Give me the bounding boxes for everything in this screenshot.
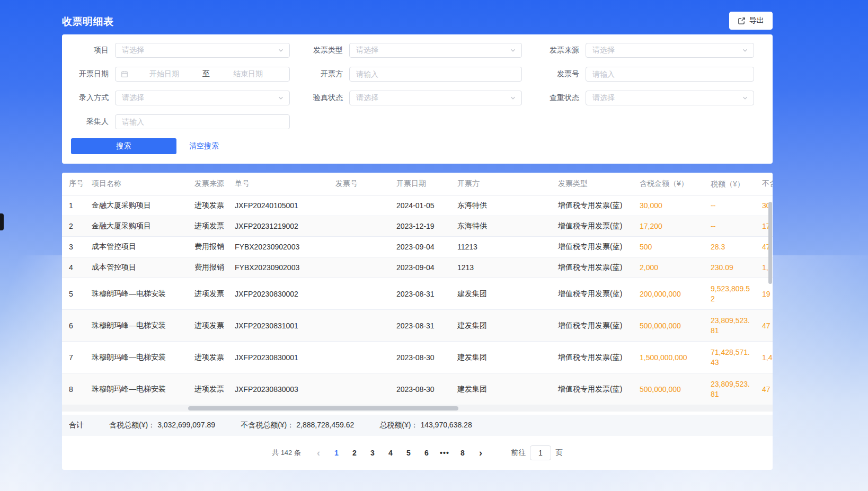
table-row[interactable]: 4成本管控项目费用报销FYBX202309020032023-09-041213…	[62, 257, 773, 278]
entry-method-select[interactable]: 请选择	[115, 91, 290, 105]
vertical-scrollbar-thumb[interactable]	[768, 202, 772, 284]
cell-tax: 23,809,523.81	[705, 379, 760, 399]
cell-source: 进项发票	[188, 289, 231, 299]
table-row[interactable]: 6珠穆朗玛峰—电梯安装进项发票JXFP202308310012023-08-31…	[62, 310, 773, 342]
filter-invoice-source: 发票来源 请选择	[533, 43, 773, 58]
cell-issuer: 建发集团	[453, 353, 554, 362]
cell-issuer: 建发集团	[453, 385, 554, 394]
col-header-issuer: 开票方	[453, 179, 554, 189]
cell-type: 增值税专用发票(蓝)	[554, 221, 633, 231]
table-row[interactable]: 3成本管控项目费用报销FYBX202309020032023-09-041121…	[62, 237, 773, 257]
export-button[interactable]: 导出	[729, 12, 773, 30]
cell-date: 2023-08-30	[389, 353, 453, 362]
project-select[interactable]: 请选择	[115, 43, 290, 58]
invoice-no-input[interactable]	[586, 67, 754, 82]
cell-issuer: 东海特供	[453, 221, 554, 231]
end-date-placeholder: 结束日期	[212, 69, 284, 79]
col-header-date: 开票日期	[389, 179, 453, 189]
page-button-1[interactable]: 1	[329, 445, 344, 460]
filter-dup-check-status: 查重状态 请选择	[533, 91, 773, 105]
clear-search-link[interactable]: 清空搜索	[189, 141, 219, 151]
export-label: 导出	[749, 16, 764, 25]
page-button-6[interactable]: 6	[419, 445, 434, 460]
cell-seq: 5	[62, 290, 85, 298]
table-row[interactable]: 7珠穆朗玛峰—电梯安装进项发票JXFP202308300012023-08-30…	[62, 342, 773, 373]
cell-tax: 71,428,571.43	[705, 347, 760, 368]
cell-issuer: 东海特供	[453, 201, 554, 210]
cell-amount-incl: 2,000	[633, 263, 705, 272]
collector-input[interactable]	[115, 114, 290, 129]
filter-project: 项目 请选择	[62, 43, 296, 58]
page-button-2[interactable]: 2	[347, 445, 362, 460]
page-button-8[interactable]: 8	[455, 445, 470, 460]
cell-type: 增值税专用发票(蓝)	[554, 289, 633, 299]
page-button-4[interactable]: 4	[383, 445, 398, 460]
cell-date: 2023-09-04	[389, 243, 453, 251]
next-page-button[interactable]: ›	[473, 445, 488, 460]
cell-source: 进项发票	[188, 385, 231, 394]
filter-invoice-date: 开票日期 开始日期 至 结束日期	[62, 67, 296, 82]
goto-unit: 页	[555, 448, 563, 458]
verify-status-select-placeholder: 请选择	[356, 93, 378, 103]
cell-order-no: JXFP20230831001	[231, 322, 331, 330]
invoice-date-range[interactable]: 开始日期 至 结束日期	[115, 67, 290, 82]
table-row[interactable]: 5珠穆朗玛峰—电梯安装进项发票JXFP202308300022023-08-31…	[62, 278, 773, 310]
cell-order-no: JXFP20230830003	[231, 385, 331, 394]
page-button-3[interactable]: 3	[365, 445, 380, 460]
cell-order-no: JXFP20240105001	[231, 201, 331, 210]
summary-label: 合计	[69, 421, 84, 430]
horizontal-scrollbar[interactable]	[62, 405, 773, 412]
col-header-source: 发票来源	[188, 179, 231, 189]
summary-tax-incl-value: 3,032,699,097.89	[157, 421, 215, 429]
entry-method-label: 录入方式	[62, 93, 115, 103]
filter-grid: 项目 请选择 发票类型 请选择 发票来源 请选择	[62, 43, 773, 129]
goto-page-input[interactable]	[530, 445, 551, 460]
table-row[interactable]: 2金融大厦采购项目进项发票JXFP202312190022023-12-19东海…	[62, 216, 773, 237]
col-header-seq: 序号	[62, 179, 85, 189]
issuer-input[interactable]	[349, 67, 522, 82]
more-pages-button[interactable]: •••	[437, 445, 452, 460]
cell-project: 成本管控项目	[85, 263, 188, 272]
cell-seq: 6	[62, 322, 85, 330]
summary-tax-excl-label: 不含税总额(¥)：	[241, 421, 294, 429]
cell-type: 增值税专用发票(蓝)	[554, 263, 633, 272]
dup-check-status-select[interactable]: 请选择	[586, 91, 754, 105]
goto-label: 前往	[511, 448, 526, 458]
cell-type: 增值税专用发票(蓝)	[554, 353, 633, 362]
cell-seq: 2	[62, 222, 85, 230]
table-row[interactable]: 8珠穆朗玛峰—电梯安装进项发票JXFP202308300032023-08-30…	[62, 373, 773, 405]
cell-type: 增值税专用发票(蓝)	[554, 321, 633, 331]
pagination: 共 142 条 ‹ 1 2 3 4 5 6 ••• 8 › 前往 页	[62, 436, 773, 470]
filter-collector: 采集人	[62, 114, 296, 129]
summary-total-tax-value: 143,970,638.28	[420, 421, 472, 429]
invoice-source-select-placeholder: 请选择	[592, 46, 615, 55]
cell-type: 增值税专用发票(蓝)	[554, 385, 633, 394]
col-header-invoice-no: 发票号	[331, 179, 389, 189]
collector-label: 采集人	[62, 117, 115, 127]
cell-source: 进项发票	[188, 221, 231, 231]
cell-type: 增值税专用发票(蓝)	[554, 242, 633, 252]
invoice-source-select[interactable]: 请选择	[586, 43, 754, 58]
filter-verify-status: 验真状态 请选择	[296, 91, 533, 105]
search-button[interactable]: 搜索	[71, 138, 176, 154]
cell-seq: 4	[62, 263, 85, 272]
cell-amount-incl: 17,200	[633, 222, 705, 230]
cell-issuer: 1213	[453, 263, 554, 272]
cell-seq: 1	[62, 201, 85, 210]
page-button-5[interactable]: 5	[401, 445, 416, 460]
invoice-date-label: 开票日期	[62, 69, 115, 79]
table-row[interactable]: 1金融大厦采购项目进项发票JXFP202401050012024-01-05东海…	[62, 195, 773, 216]
cell-tax: 23,809,523.81	[705, 316, 760, 336]
cell-tax: 28.3	[705, 242, 760, 252]
cell-order-no: JXFP20231219002	[231, 222, 331, 230]
verify-status-select[interactable]: 请选择	[349, 91, 522, 105]
top-bar: 收票明细表 导出	[62, 0, 773, 34]
cell-project: 珠穆朗玛峰—电梯安装	[85, 321, 188, 331]
prev-page-button[interactable]: ‹	[311, 445, 326, 460]
invoice-type-select[interactable]: 请选择	[349, 43, 522, 58]
cell-order-no: FYBX20230902003	[231, 243, 331, 251]
horizontal-scrollbar-thumb[interactable]	[188, 406, 458, 410]
cell-tax: --	[705, 221, 760, 231]
summary-tax-incl: 含税总额(¥)：3,032,699,097.89	[109, 421, 215, 430]
side-drawer-handle[interactable]	[0, 213, 4, 230]
